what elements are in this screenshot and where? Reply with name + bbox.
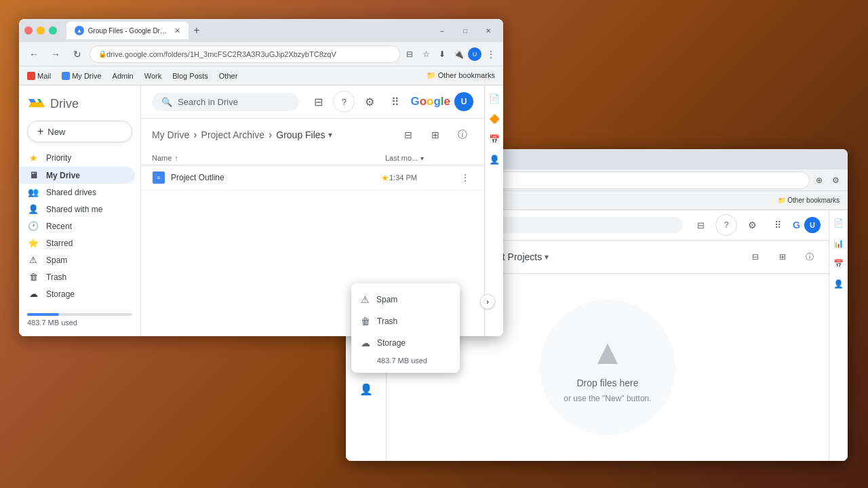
top-bar: 🔍 Search in Drive ⊟ ? ⚙ ⠿ Google U	[141, 85, 484, 119]
bookmark-admin[interactable]: Admin	[110, 70, 136, 81]
sidebar-sharedwithme-label: Shared with me	[46, 205, 102, 214]
minimize-window[interactable]: –	[433, 21, 452, 40]
sidebar-item-priority[interactable]: ★ Priority	[19, 149, 135, 167]
breadcrumb-chevron-icon-2[interactable]: ▾	[545, 252, 549, 262]
calendar-icon-2[interactable]: 📅	[831, 256, 846, 271]
mydrive-icon: 🖥	[27, 170, 39, 180]
docs-icon-2[interactable]: 📄	[831, 216, 846, 230]
sidebar-item-sharedwithme[interactable]: 👤 Shared with me	[19, 201, 135, 218]
col-modified-header[interactable]: Last mo... ▾	[385, 154, 453, 162]
url-lock-icon: 🔒	[98, 50, 106, 58]
forward-button[interactable]: →	[46, 45, 65, 64]
toolbar-icons-2: ⊕ ⚙	[812, 174, 842, 187]
docs-panel-icon[interactable]: 📄	[487, 91, 502, 106]
win-close[interactable]	[24, 26, 33, 35]
tune-filter-icon[interactable]: ⊟	[307, 91, 329, 113]
bookmark-other[interactable]: Other	[216, 70, 241, 81]
starred-icon: ⭐	[27, 238, 39, 248]
keep-panel-icon[interactable]: 🔶	[487, 111, 502, 126]
info-icon-2[interactable]: ⓘ	[799, 246, 821, 268]
file-more-icon[interactable]: ⋮	[457, 169, 473, 186]
bookmark-work-label: Work	[144, 72, 161, 80]
help-icon[interactable]: ?	[333, 91, 355, 113]
tune-icon[interactable]: ⊟	[403, 47, 416, 61]
new-button[interactable]: + New	[27, 121, 132, 142]
address-bar[interactable]: 🔒 drive.google.com/folders/1H_3mcFSC2R3A…	[90, 45, 400, 63]
bookmark-work[interactable]: Work	[142, 70, 164, 81]
col-modified-label: Last mo...	[385, 154, 418, 162]
calendar-panel-icon[interactable]: 📅	[487, 131, 502, 146]
google-logo-2: G	[793, 220, 800, 230]
new-tab-button[interactable]: +	[189, 22, 205, 39]
breadcrumb-root[interactable]: My Drive	[152, 129, 189, 140]
apps-icon[interactable]: ⠿	[384, 91, 406, 113]
filter-files-icon-2[interactable]: ⊟	[745, 246, 766, 268]
breadcrumb-sep2: ›	[269, 129, 272, 141]
popup-item-trash[interactable]: 🗑 Trash	[351, 310, 460, 332]
popup-item-storage[interactable]: ☁ Storage	[351, 332, 460, 354]
drive-logo-svg	[27, 96, 46, 111]
grid-view-icon-2[interactable]: ⊞	[772, 246, 793, 268]
filter-icon-2[interactable]: ⊟	[690, 214, 711, 236]
settings-icon-btn[interactable]: ⚙	[359, 91, 380, 113]
breadcrumb-current-text: Group Files	[276, 129, 325, 140]
back-button[interactable]: ←	[24, 45, 43, 64]
sidebar-item-recent[interactable]: 🕐 Recent	[19, 218, 135, 235]
win-minimize[interactable]	[37, 26, 45, 35]
sidebar-item-trash[interactable]: 🗑 Trash	[19, 268, 135, 285]
chrome-more-icon[interactable]: ⋮	[484, 47, 498, 61]
bookmark-mydrive[interactable]: My Drive	[59, 70, 104, 81]
download-icon[interactable]: ⬇	[435, 47, 449, 61]
profile-icon[interactable]: U	[468, 47, 481, 61]
settings-icon-2[interactable]: ⚙	[829, 174, 842, 187]
person-panel-icon[interactable]: 👤	[487, 152, 502, 167]
bookmark-star-icon[interactable]: ☆	[419, 47, 433, 61]
extension-icon[interactable]: 🔌	[452, 47, 465, 61]
settings-icon-btn-2[interactable]: ⚙	[741, 214, 763, 236]
grid-view-icon[interactable]: ⊞	[425, 124, 446, 146]
bookmark-mail[interactable]: Mail	[24, 70, 54, 81]
bookmark-icon-2[interactable]: ⊕	[812, 174, 826, 187]
filter-files-icon[interactable]: ⊟	[397, 124, 419, 146]
browser-tab-1[interactable]: ▲ Group Files - Google Drive ✕	[66, 22, 189, 39]
apps-icon-2[interactable]: ⠿	[767, 214, 789, 236]
sidebar-item-starred[interactable]: ⭐ Starred	[19, 235, 135, 251]
bookmark-otherbookmarks[interactable]: 📁 Other bookmarks	[424, 70, 498, 81]
popup-item-spam[interactable]: ⚠ Spam	[351, 289, 460, 310]
restore-window[interactable]: □	[456, 21, 475, 40]
reload-button[interactable]: ↻	[68, 45, 87, 64]
close-window[interactable]: ✕	[479, 21, 498, 40]
popup-storage-info: 483.7 MB used	[351, 354, 460, 367]
sidebar-storage-label: Storage	[46, 289, 75, 299]
sidebar-item-storage[interactable]: ☁ Storage	[19, 285, 135, 302]
sidebar-item-shareddrives[interactable]: 👥 Shared drives	[19, 184, 135, 201]
new-button-label: New	[47, 127, 65, 137]
sidebar-spam-label: Spam	[46, 256, 67, 265]
table-row[interactable]: ≡ Project Outline ★ 1:34 PM ⋮	[141, 165, 484, 190]
tab-close-icon[interactable]: ✕	[174, 26, 180, 35]
bookmark-mail-label: Mail	[37, 72, 51, 80]
sidebar-item-mydrive[interactable]: 🖥 My Drive	[19, 167, 135, 184]
info-icon[interactable]: ⓘ	[452, 124, 473, 146]
bookmark-other-bookmarks-2[interactable]: 📁 Other bookmarks	[775, 195, 842, 205]
breadcrumb-chevron-icon[interactable]: ▾	[328, 130, 332, 140]
file-star-icon[interactable]: ★	[381, 173, 389, 183]
sidebar-toggle-btn[interactable]: ›	[480, 294, 495, 309]
help-icon-2[interactable]: ?	[715, 214, 737, 236]
user-avatar-2[interactable]: U	[804, 217, 821, 233]
bookmark-blogposts[interactable]: Blog Posts	[170, 70, 211, 81]
mydrive-favicon	[62, 72, 70, 80]
win-maximize[interactable]	[49, 26, 57, 35]
sidebar-item-spam[interactable]: ⚠ Spam	[19, 251, 135, 268]
trash-icon: 🗑	[27, 272, 39, 282]
sidebar-popup: ⚠ Spam 🗑 Trash ☁ Storage 483.7 MB used	[351, 283, 460, 373]
person-icon-2[interactable]: 👤	[831, 277, 846, 291]
sidebar-person-icon-2[interactable]: 👤	[354, 377, 378, 401]
col-name-header[interactable]: Name ↑	[152, 154, 385, 162]
spam-icon: ⚠	[27, 255, 39, 265]
user-avatar[interactable]: U	[454, 92, 473, 111]
search-bar[interactable]: 🔍 Search in Drive	[152, 93, 299, 111]
sheets-icon-2[interactable]: 📊	[831, 236, 846, 251]
breadcrumb-middle[interactable]: Project Archive	[201, 129, 264, 140]
popup-spam-label: Spam	[376, 295, 397, 304]
